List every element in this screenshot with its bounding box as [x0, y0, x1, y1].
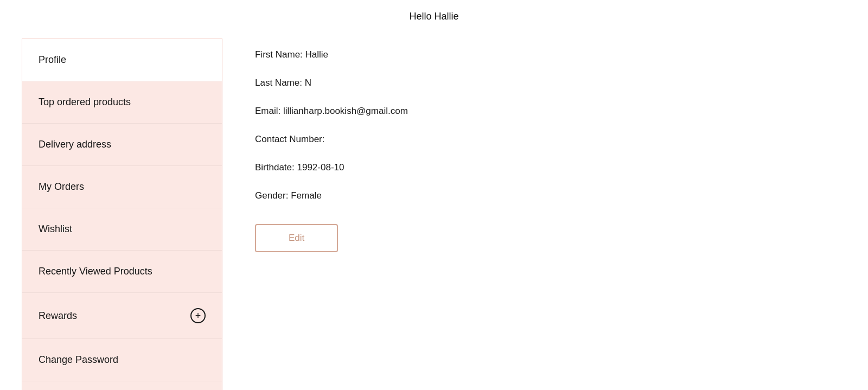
sidebar-item-delivery-address[interactable]: Delivery address: [22, 124, 222, 166]
email-value: Email: lillianharp.bookish@gmail.com: [255, 106, 408, 116]
sidebar-item-change-password[interactable]: Change Password: [22, 339, 222, 381]
birthdate-field: Birthdate: 1992-08-10: [255, 162, 814, 173]
sidebar-label-profile: Profile: [39, 54, 66, 66]
sidebar-label-recently-viewed: Recently Viewed Products: [39, 266, 152, 277]
first-name-value: First Name: Hallie: [255, 49, 328, 60]
birthdate-value: Birthdate: 1992-08-10: [255, 162, 344, 172]
sidebar-item-my-orders[interactable]: My Orders: [22, 166, 222, 208]
sidebar-item-logout[interactable]: Log out: [22, 381, 222, 390]
sidebar-item-rewards[interactable]: Rewards +: [22, 293, 222, 339]
sidebar-item-wishlist[interactable]: Wishlist: [22, 208, 222, 251]
sidebar-label-change-password: Change Password: [39, 354, 118, 366]
sidebar-label-rewards: Rewards: [39, 310, 77, 322]
plus-circle-icon: +: [190, 308, 206, 323]
sidebar-label-delivery-address: Delivery address: [39, 139, 111, 150]
sidebar-label-top-ordered: Top ordered products: [39, 97, 131, 108]
last-name-value: Last Name: N: [255, 78, 311, 88]
email-field: Email: lillianharp.bookish@gmail.com: [255, 106, 814, 117]
profile-content: First Name: Hallie Last Name: N Email: l…: [222, 39, 846, 390]
sidebar-label-wishlist: Wishlist: [39, 223, 72, 235]
sidebar: Profile Top ordered products Delivery ad…: [22, 39, 222, 390]
gender-field: Gender: Female: [255, 190, 814, 201]
edit-button[interactable]: Edit: [255, 224, 338, 252]
sidebar-item-recently-viewed[interactable]: Recently Viewed Products: [22, 251, 222, 293]
sidebar-item-profile[interactable]: Profile: [22, 39, 222, 81]
greeting-text: Hello Hallie: [409, 11, 458, 22]
sidebar-item-top-ordered[interactable]: Top ordered products: [22, 81, 222, 124]
contact-value: Contact Number:: [255, 134, 325, 144]
first-name-field: First Name: Hallie: [255, 49, 814, 60]
contact-field: Contact Number:: [255, 134, 814, 145]
last-name-field: Last Name: N: [255, 78, 814, 88]
main-container: Profile Top ordered products Delivery ad…: [22, 39, 846, 390]
sidebar-label-my-orders: My Orders: [39, 181, 84, 193]
gender-value: Gender: Female: [255, 190, 322, 201]
